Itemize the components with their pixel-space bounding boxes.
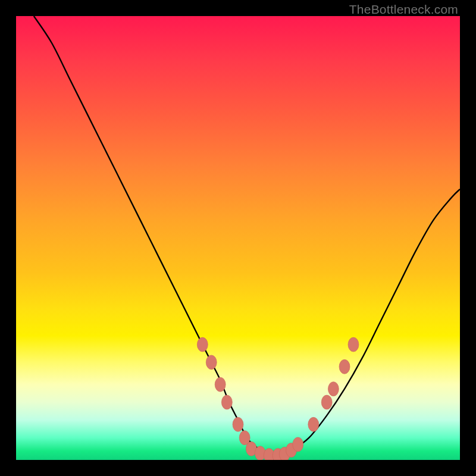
highlight-dot — [308, 417, 319, 431]
highlight-dot — [321, 395, 332, 409]
highlight-dot — [293, 437, 303, 452]
highlight-dot — [328, 382, 339, 396]
highlight-dot — [339, 359, 350, 374]
highlight-dot — [197, 337, 208, 352]
marker-layer — [197, 337, 359, 460]
watermark-text: TheBottleneck.com — [349, 2, 458, 17]
bottleneck-curve — [34, 16, 460, 456]
plot-area — [16, 16, 460, 460]
highlight-dot — [233, 417, 243, 431]
highlight-dot — [206, 355, 217, 369]
highlight-dot — [348, 337, 359, 352]
highlight-dot — [215, 377, 226, 392]
chart-frame: TheBottleneck.com — [0, 0, 476, 476]
highlight-dot — [221, 395, 232, 409]
chart-svg — [16, 16, 460, 460]
curve-layer — [34, 16, 460, 456]
